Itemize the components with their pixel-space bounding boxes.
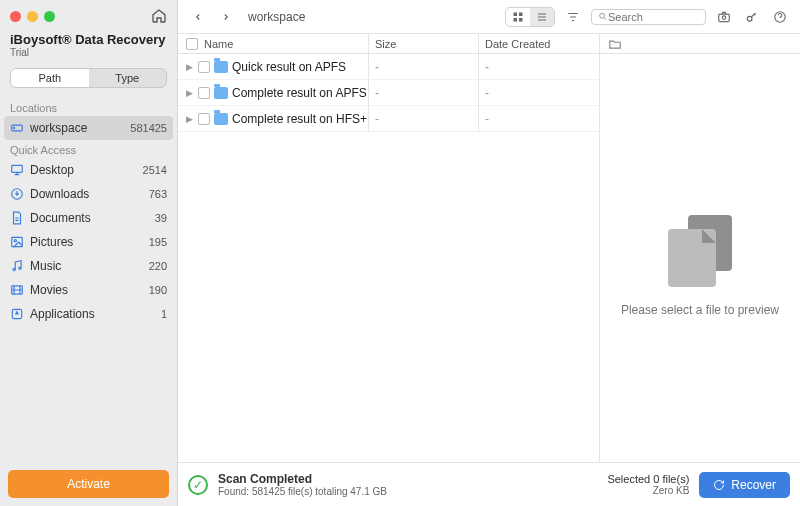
folder-icon <box>214 113 228 125</box>
row-checkbox[interactable] <box>198 113 210 125</box>
recover-button[interactable]: Recover <box>699 472 790 498</box>
sidebar-item-desktop[interactable]: Desktop 2514 <box>0 158 177 182</box>
recover-label: Recover <box>731 478 776 492</box>
sidebar-item-count: 190 <box>149 284 167 296</box>
sidebar-item-music[interactable]: Music 220 <box>0 254 177 278</box>
picture-icon <box>10 235 24 249</box>
view-toggle[interactable] <box>505 7 555 27</box>
sidebar: iBoysoft® Data Recovery Trial Path Type … <box>0 0 178 506</box>
selected-size: Zero KB <box>607 485 689 496</box>
view-mode-segmented[interactable]: Path Type <box>10 68 167 88</box>
sidebar-item-count: 39 <box>155 212 167 224</box>
brand: iBoysoft® Data Recovery Trial <box>0 32 177 60</box>
sidebar-item-count: 763 <box>149 188 167 200</box>
svg-point-6 <box>13 268 15 270</box>
search-input[interactable] <box>608 11 699 23</box>
svg-point-7 <box>19 267 21 269</box>
folder-icon <box>214 87 228 99</box>
folder-icon <box>214 61 228 73</box>
list-view-button[interactable] <box>530 8 554 26</box>
row-checkbox[interactable] <box>198 87 210 99</box>
sidebar-item-label: Applications <box>30 307 155 321</box>
nav-forward-button[interactable] <box>216 7 236 27</box>
svg-rect-15 <box>719 14 730 22</box>
svg-rect-13 <box>519 18 523 22</box>
activate-button[interactable]: Activate <box>8 470 169 498</box>
search-icon <box>598 11 608 22</box>
app-icon <box>10 307 24 321</box>
svg-rect-10 <box>514 12 518 16</box>
disclosure-icon[interactable]: ▶ <box>186 114 194 124</box>
filter-button[interactable] <box>563 7 583 27</box>
row-size: - <box>368 54 478 79</box>
disclosure-icon[interactable]: ▶ <box>186 88 194 98</box>
license-label: Trial <box>10 47 167 58</box>
svg-point-17 <box>747 16 752 21</box>
document-icon <box>10 211 24 225</box>
segment-type[interactable]: Type <box>89 69 167 87</box>
sidebar-item-downloads[interactable]: Downloads 763 <box>0 182 177 206</box>
sidebar-item-count: 581425 <box>130 122 167 134</box>
help-button[interactable] <box>770 7 790 27</box>
folder-outline-icon <box>608 37 622 51</box>
disclosure-icon[interactable]: ▶ <box>186 62 194 72</box>
column-name[interactable]: Name <box>204 38 233 50</box>
row-date: - <box>478 106 599 131</box>
toolbar: workspace <box>178 0 800 34</box>
key-button[interactable] <box>742 7 762 27</box>
sidebar-item-label: Pictures <box>30 235 143 249</box>
quick-access-heading: Quick Access <box>0 140 177 158</box>
svg-point-1 <box>14 127 15 128</box>
sidebar-item-label: Documents <box>30 211 149 225</box>
check-icon: ✓ <box>188 475 208 495</box>
sidebar-item-label: workspace <box>30 121 124 135</box>
table-row[interactable]: ▶ Complete result on APFS - - <box>178 80 599 106</box>
sidebar-item-pictures[interactable]: Pictures 195 <box>0 230 177 254</box>
preview-panel: Please select a file to preview <box>600 34 800 462</box>
home-icon[interactable] <box>151 8 167 24</box>
minimize-window-button[interactable] <box>27 11 38 22</box>
sidebar-item-workspace[interactable]: workspace 581425 <box>4 116 173 140</box>
disk-icon <box>10 121 24 135</box>
column-date[interactable]: Date Created <box>478 34 599 53</box>
row-name: Complete result on HFS+ <box>232 112 367 126</box>
file-list: Name Size Date Created ▶ Quick result on… <box>178 34 600 462</box>
list-header: Name Size Date Created <box>178 34 599 54</box>
row-checkbox[interactable] <box>198 61 210 73</box>
close-window-button[interactable] <box>10 11 21 22</box>
status-bar: ✓ Scan Completed Found: 581425 file(s) t… <box>178 462 800 506</box>
sidebar-item-count: 220 <box>149 260 167 272</box>
select-all-checkbox[interactable] <box>186 38 198 50</box>
nav-back-button[interactable] <box>188 7 208 27</box>
row-name: Complete result on APFS <box>232 86 367 100</box>
table-row[interactable]: ▶ Complete result on HFS+ - - <box>178 106 599 132</box>
row-date: - <box>478 80 599 105</box>
column-size[interactable]: Size <box>368 34 478 53</box>
sidebar-item-movies[interactable]: Movies 190 <box>0 278 177 302</box>
music-icon <box>10 259 24 273</box>
table-row[interactable]: ▶ Quick result on APFS - - <box>178 54 599 80</box>
status-detail: Found: 581425 file(s) totaling 47.1 GB <box>218 486 387 497</box>
locations-heading: Locations <box>0 98 177 116</box>
grid-view-button[interactable] <box>506 8 530 26</box>
download-icon <box>10 187 24 201</box>
sidebar-item-count: 1 <box>161 308 167 320</box>
selected-count: Selected 0 file(s) <box>607 473 689 485</box>
app-title: iBoysoft® Data Recovery <box>10 32 167 47</box>
sidebar-item-documents[interactable]: Documents 39 <box>0 206 177 230</box>
camera-button[interactable] <box>714 7 734 27</box>
status-title: Scan Completed <box>218 472 387 486</box>
svg-point-5 <box>14 240 16 242</box>
segment-path[interactable]: Path <box>11 69 89 87</box>
sidebar-item-applications[interactable]: Applications 1 <box>0 302 177 326</box>
file-preview-icon <box>668 215 732 287</box>
row-date: - <box>478 54 599 79</box>
movie-icon <box>10 283 24 297</box>
svg-rect-4 <box>12 237 23 246</box>
search-field[interactable] <box>591 9 706 25</box>
zoom-window-button[interactable] <box>44 11 55 22</box>
svg-rect-11 <box>519 12 523 16</box>
sidebar-item-label: Music <box>30 259 143 273</box>
svg-rect-12 <box>514 18 518 22</box>
window-controls <box>0 0 177 32</box>
